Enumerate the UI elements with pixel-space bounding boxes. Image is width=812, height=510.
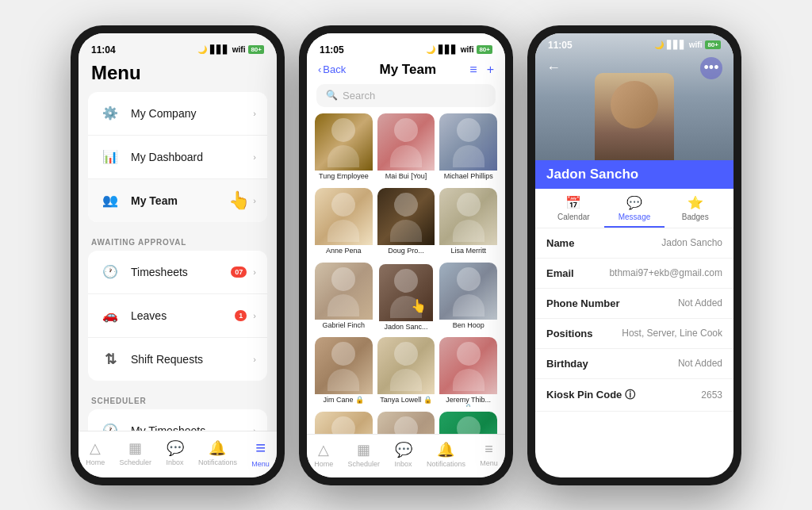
menu-nav-label: Menu xyxy=(251,460,270,468)
profile-back-button[interactable]: ← xyxy=(546,59,561,76)
menu-item-my-dashboard[interactable]: 📊 My Dashboard › xyxy=(88,136,267,179)
calendar-tab-icon: 📅 xyxy=(565,195,581,210)
message-tab-icon: 💬 xyxy=(626,195,642,210)
tab-calendar[interactable]: 📅 Calendar xyxy=(543,189,604,228)
scheduler-nav-label: Scheduler xyxy=(120,458,152,466)
member-photo-michael xyxy=(439,113,497,171)
phone1-status-icons: 🌙 ▋▋▋ wifi 80+ xyxy=(197,45,264,54)
nav-home[interactable]: △ Home xyxy=(86,439,105,466)
p2-scheduler-label: Scheduler xyxy=(348,460,381,468)
team-member-pam[interactable]: Pam Chance xyxy=(315,412,373,434)
team-member-ben[interactable]: Ben Hoop xyxy=(439,263,497,332)
member-name-ben: Ben Hoop xyxy=(439,320,497,332)
back-chevron-icon: ‹ xyxy=(318,63,321,75)
nav-inbox[interactable]: 💬 Inbox xyxy=(166,439,183,466)
member-photo-jadon: 👆 xyxy=(379,264,434,321)
phone1-header: Menu xyxy=(79,59,277,92)
tab-message[interactable]: 💬 Message xyxy=(604,189,665,228)
team-member-anne[interactable]: Anne Pena xyxy=(315,188,373,258)
p2-nav-notifications[interactable]: 🔔 Notifications xyxy=(427,441,465,468)
menu-card-scheduler: 🕐 My Timesheets › 🚗 My Leaves › xyxy=(88,409,267,431)
p2-nav-menu[interactable]: ≡ Menu xyxy=(480,441,498,467)
menu-item-my-team[interactable]: 👥 My Team 👆 › xyxy=(88,179,267,222)
team-member-mai[interactable]: Mai Bui [You] xyxy=(377,113,435,183)
member-photo-namam xyxy=(439,412,497,434)
battery-icon-3: 80+ xyxy=(705,40,721,49)
menu-item-my-company[interactable]: ⚙️ My Company › xyxy=(88,92,267,136)
profile-name-bar: Jadon Sancho xyxy=(535,160,733,189)
p2-nav-home[interactable]: △ Home xyxy=(314,441,333,468)
nav-menu[interactable]: ≡ Menu xyxy=(251,438,270,468)
p2-home-icon: △ xyxy=(318,441,329,458)
name-field-label: Name xyxy=(546,237,574,249)
menu-nav-icon: ≡ xyxy=(255,438,266,458)
leaves-badge: 1 xyxy=(235,310,247,321)
profile-row-kiosk: Kiosk Pin Code ⓘ 2653 xyxy=(535,379,733,412)
back-button[interactable]: ‹ Back xyxy=(318,63,346,75)
team-member-tung[interactable]: Tung Employee xyxy=(315,113,373,183)
hand-cursor-icon-2: 👆 xyxy=(411,298,427,313)
back-label: Back xyxy=(323,63,346,75)
chevron-icon-3: › xyxy=(253,196,256,205)
home-nav-icon: △ xyxy=(90,439,101,457)
kiosk-field-label: Kiosk Pin Code ⓘ xyxy=(546,388,635,402)
team-member-namam[interactable]: Namam xyxy=(439,412,497,434)
member-name-tanya: Tanya Lowell 🔒 xyxy=(377,394,435,406)
team-member-gabriel[interactable]: Gabriel Finch xyxy=(315,263,373,332)
nav-notifications[interactable]: 🔔 Notifications xyxy=(198,439,237,466)
nav-scheduler[interactable]: ▦ Scheduler xyxy=(120,439,152,466)
member-name-anne: Anne Pena xyxy=(315,245,373,257)
team-member-joey[interactable]: Joey Bing xyxy=(377,412,435,434)
phone-menu: 11:04 🌙 ▋▋▋ wifi 80+ Menu ⚙️ My Company … xyxy=(71,25,285,485)
filter-icon[interactable]: ≡ xyxy=(469,63,477,77)
team-member-michael[interactable]: Michael Phillips xyxy=(439,113,497,183)
company-label: My Company xyxy=(131,107,253,120)
moon-icon-3: 🌙 xyxy=(654,40,664,49)
team-grid: Tung Employee Mai Bui [You] Michael Phil… xyxy=(307,113,505,434)
search-bar[interactable]: 🔍 Search xyxy=(316,84,496,107)
member-photo-tanya xyxy=(377,337,435,394)
notifications-nav-icon: 🔔 xyxy=(209,439,226,457)
menu-item-timesheets[interactable]: 🕐 Timesheets 07 › xyxy=(88,251,267,294)
p2-scheduler-icon: ▦ xyxy=(357,441,370,458)
team-icon: 👥 xyxy=(99,190,121,212)
member-name-jeremy: Jeremy Thib... 🔒 xyxy=(439,394,497,407)
phone2-bottom-nav: △ Home ▦ Scheduler 💬 Inbox 🔔 Notificatio… xyxy=(307,434,505,477)
chevron-icon-2: › xyxy=(253,152,256,162)
timesheets-label: Timesheets xyxy=(131,266,231,278)
wifi-icon-2: wifi xyxy=(461,45,474,54)
team-member-jeremy[interactable]: Jeremy Thib... 🔒 xyxy=(439,337,497,407)
phone3-time: 11:05 xyxy=(548,40,573,51)
phones-container: 11:04 🌙 ▋▋▋ wifi 80+ Menu ⚙️ My Company … xyxy=(0,0,812,510)
p2-menu-label: Menu xyxy=(480,459,498,467)
member-name-jim: Jim Cane 🔒 xyxy=(315,394,373,406)
menu-item-leaves[interactable]: 🚗 Leaves 1 › xyxy=(88,294,267,338)
profile-photo xyxy=(595,73,674,160)
awaiting-section-label: AWAITING APPROVAL xyxy=(88,230,267,251)
phone-profile: 11:05 🌙 ▋▋▋ wifi 80+ ← ••• Jado xyxy=(527,25,741,485)
team-member-lisa[interactable]: Lisa Merritt xyxy=(439,188,497,258)
tab-badges[interactable]: ⭐ Badges xyxy=(665,189,726,228)
profile-photo-area: 11:05 🌙 ▋▋▋ wifi 80+ ← ••• xyxy=(535,33,733,160)
team-member-doug[interactable]: Doug Pro... xyxy=(377,188,435,258)
menu-item-shift-requests[interactable]: ⇅ Shift Requests › xyxy=(88,338,267,381)
menu-item-my-timesheets[interactable]: 🕐 My Timesheets › xyxy=(88,409,267,431)
p2-nav-scheduler[interactable]: ▦ Scheduler xyxy=(348,441,381,468)
member-name-doug: Doug Pro... xyxy=(377,245,435,257)
team-member-tanya[interactable]: Tanya Lowell 🔒 xyxy=(377,337,435,407)
profile-row-positions: Positions Host, Server, Line Cook xyxy=(535,319,733,349)
profile-more-button[interactable]: ••• xyxy=(700,57,722,79)
member-name-gabriel: Gabriel Finch xyxy=(315,320,373,332)
team-member-jim[interactable]: Jim Cane 🔒 xyxy=(315,337,373,407)
p2-nav-inbox[interactable]: 💬 Inbox xyxy=(394,441,412,468)
phone2-header-icons: ≡ + xyxy=(469,63,494,77)
leaves-label: Leaves xyxy=(131,309,235,322)
member-name-michael: Michael Phillips xyxy=(439,171,497,182)
team-member-jadon[interactable]: 👆 Jadon Sanc... xyxy=(377,263,435,332)
add-member-icon[interactable]: + xyxy=(487,63,494,77)
phone2-status-bar: 11:05 🌙 ▋▋▋ wifi 80+ xyxy=(307,33,505,59)
phone2-time: 11:05 xyxy=(320,44,344,56)
profile-info: Name Jadon Sancho Email bthmai97+ekb@gma… xyxy=(535,228,733,477)
chevron-icon-6: › xyxy=(253,355,256,364)
member-name-lisa: Lisa Merritt xyxy=(439,245,497,257)
